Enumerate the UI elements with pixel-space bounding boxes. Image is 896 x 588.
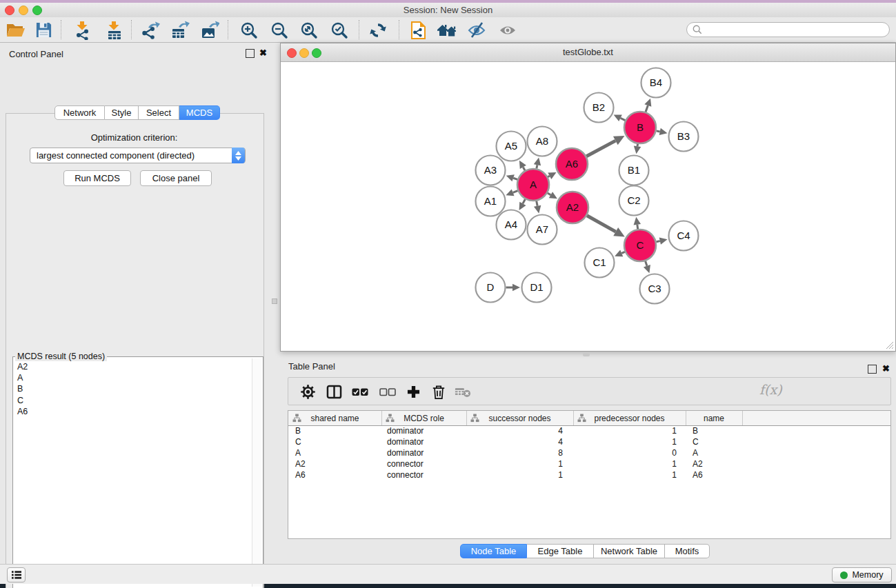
mcds-result-item[interactable]: A6: [14, 406, 249, 417]
table-cell-shared-name[interactable]: C: [288, 437, 381, 448]
table-cell-predecessor-nodes[interactable]: 0: [573, 448, 686, 459]
graph-edge[interactable]: [615, 250, 625, 256]
table-cell-mcds-role[interactable]: connector: [381, 470, 466, 481]
tab-select[interactable]: Select: [139, 105, 179, 120]
table-cell-successor-nodes[interactable]: 8: [466, 448, 573, 459]
settings-button[interactable]: [297, 383, 318, 401]
select-all-button[interactable]: [350, 383, 370, 401]
graph-edge[interactable]: [657, 128, 668, 135]
task-history-button[interactable]: [7, 567, 26, 582]
home-button[interactable]: [435, 19, 459, 41]
graph-edge[interactable]: [614, 114, 626, 121]
table-cell-predecessor-nodes[interactable]: 1: [573, 426, 686, 437]
graph-node[interactable]: A2: [557, 192, 588, 223]
optimization-criterion-select[interactable]: largest connected component (directed): [30, 148, 246, 163]
graph-edge[interactable]: [656, 237, 667, 244]
graph-edge[interactable]: [634, 144, 641, 154]
split-divider-grip[interactable]: [272, 298, 277, 304]
graph-node[interactable]: C1: [585, 248, 615, 278]
graph-node[interactable]: D1: [522, 273, 552, 303]
hide-details-button[interactable]: [465, 19, 488, 41]
show-details-button[interactable]: [496, 19, 519, 41]
graph-edge[interactable]: [587, 216, 625, 237]
save-session-button[interactable]: [32, 19, 55, 41]
table-cell-shared-name[interactable]: A2: [288, 459, 381, 470]
close-panel-button[interactable]: Close panel: [140, 170, 212, 186]
deselect-all-button[interactable]: [377, 383, 398, 401]
graph-node[interactable]: A3: [476, 156, 506, 185]
table-cell-shared-name[interactable]: A6: [288, 470, 381, 481]
zoom-selected-button[interactable]: [328, 19, 351, 41]
column-header-name[interactable]: name: [686, 411, 743, 425]
tab-network[interactable]: Network: [54, 105, 105, 120]
tab-style[interactable]: Style: [105, 105, 139, 120]
add-column-button[interactable]: [403, 383, 424, 401]
table-cell-mcds-role[interactable]: connector: [381, 459, 466, 470]
export-image-button[interactable]: [198, 19, 221, 41]
memory-button[interactable]: Memory: [832, 567, 892, 582]
tab-node-table[interactable]: Node Table: [460, 544, 527, 558]
open-session-button[interactable]: [3, 19, 27, 41]
table-cell-successor-nodes[interactable]: 4: [466, 437, 573, 448]
delete-table-button[interactable]: [452, 383, 473, 401]
mcds-result-list[interactable]: A2ABCA6: [14, 361, 249, 417]
table-cell-predecessor-nodes[interactable]: 1: [573, 437, 686, 448]
mcds-result-item[interactable]: C: [14, 395, 249, 406]
table-cell-predecessor-nodes[interactable]: 1: [573, 459, 686, 470]
graph-node[interactable]: A5: [497, 132, 526, 161]
graph-node[interactable]: B: [624, 112, 656, 143]
graph-node[interactable]: B2: [584, 93, 614, 123]
delete-column-button[interactable]: [428, 383, 449, 401]
table-row[interactable]: Cdominator41C: [288, 437, 890, 448]
split-divider-grip[interactable]: [583, 353, 590, 356]
graph-node[interactable]: B1: [619, 156, 649, 185]
table-row[interactable]: A2connector11A2: [288, 459, 890, 470]
graph-node[interactable]: A1: [476, 187, 506, 216]
table-row[interactable]: A6connector11A6: [288, 470, 890, 481]
table-row[interactable]: Bdominator41B: [288, 426, 890, 437]
table-cell-name[interactable]: B: [686, 426, 742, 437]
graph-node[interactable]: B4: [641, 68, 671, 98]
mcds-result-item[interactable]: B: [14, 383, 249, 394]
graph-node[interactable]: C2: [619, 186, 649, 216]
table-cell-successor-nodes[interactable]: 1: [466, 470, 573, 481]
close-panel-icon[interactable]: ✖: [259, 49, 267, 57]
export-network-button[interactable]: [139, 19, 162, 41]
graph-edge[interactable]: [548, 192, 557, 199]
table-cell-name[interactable]: C: [686, 437, 742, 448]
search-input[interactable]: [706, 24, 881, 35]
graph-edge[interactable]: [534, 158, 541, 169]
refresh-button[interactable]: [366, 19, 390, 41]
graph-edge[interactable]: [548, 172, 556, 179]
mcds-result-item[interactable]: A: [14, 372, 249, 383]
graph-edge[interactable]: [644, 99, 651, 112]
float-panel-icon[interactable]: [868, 364, 877, 376]
graph-node[interactable]: A: [517, 169, 549, 201]
tab-mcds[interactable]: MCDS: [179, 105, 220, 120]
mcds-result-item[interactable]: A2: [14, 361, 249, 372]
graph-edge[interactable]: [644, 261, 650, 273]
function-builder-button[interactable]: f(x): [759, 382, 782, 397]
resize-grip-icon[interactable]: [885, 341, 894, 349]
zoom-fit-button[interactable]: [297, 19, 321, 41]
graph-edge[interactable]: [519, 199, 526, 210]
graph-node[interactable]: B3: [669, 122, 699, 152]
table-cell-successor-nodes[interactable]: 4: [466, 426, 573, 437]
tab-motifs[interactable]: Motifs: [665, 544, 710, 558]
export-table-button[interactable]: [168, 19, 192, 41]
tab-edge-table[interactable]: Edge Table: [527, 544, 594, 558]
graph-node[interactable]: C3: [640, 274, 670, 304]
table-cell-predecessor-nodes[interactable]: 1: [573, 470, 686, 481]
column-selector-button[interactable]: [323, 383, 344, 401]
graph-edge[interactable]: [506, 189, 517, 196]
table-cell-shared-name[interactable]: A: [288, 448, 381, 459]
graph-edge[interactable]: [586, 136, 624, 156]
table-cell-name[interactable]: A2: [686, 459, 742, 470]
graph-node[interactable]: C4: [669, 221, 699, 251]
zoom-in-button[interactable]: [237, 19, 261, 41]
search-field[interactable]: [686, 22, 890, 37]
graph-node[interactable]: D: [476, 273, 506, 303]
column-header-shared-name[interactable]: shared name: [288, 411, 382, 425]
graph-node[interactable]: A4: [497, 210, 526, 240]
close-panel-icon[interactable]: ✖: [882, 365, 890, 372]
